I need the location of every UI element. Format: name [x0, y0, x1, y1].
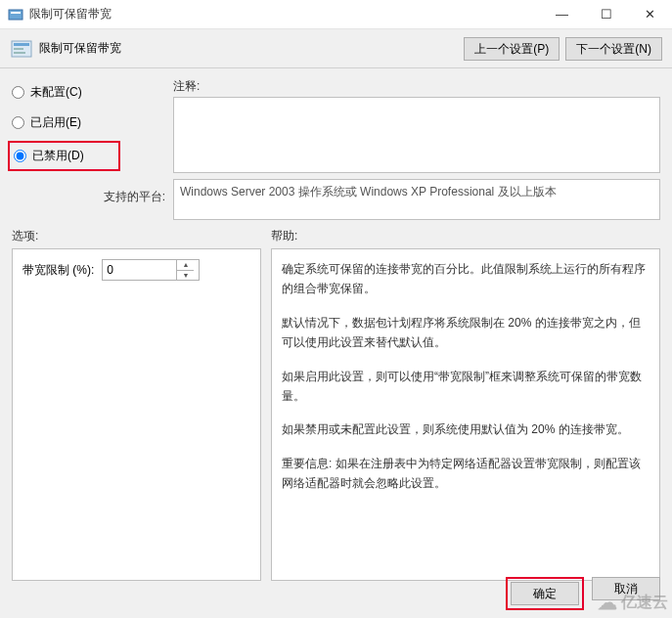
supported-textbox[interactable]: Windows Server 2003 操作系统或 Windows XP Pro… [173, 179, 660, 220]
next-setting-button[interactable]: 下一个设置(N) [565, 37, 662, 61]
minimize-button[interactable]: — [540, 0, 584, 28]
highlight-ok: 确定 [506, 577, 584, 610]
help-paragraph: 如果启用此设置，则可以使用“带宽限制”框来调整系统可保留的带宽数量。 [282, 367, 650, 407]
app-icon [8, 7, 23, 22]
policy-icon [10, 39, 33, 59]
svg-rect-1 [11, 12, 21, 14]
close-button[interactable]: ✕ [628, 0, 672, 28]
bandwidth-limit-label: 带宽限制 (%): [22, 262, 94, 279]
titlebar: 限制可保留带宽 — ☐ ✕ [0, 0, 672, 29]
supported-label: 支持的平台: [12, 189, 173, 205]
highlight-disabled: 已禁用(D) [8, 141, 120, 171]
svg-rect-4 [14, 48, 23, 50]
options-label: 选项: [12, 228, 271, 244]
toolbar-title: 限制可保留带宽 [39, 40, 121, 57]
maximize-button[interactable]: ☐ [584, 0, 628, 28]
help-paragraph: 默认情况下，数据包计划程序将系统限制在 20% 的连接带宽之内，但可以使用此设置… [282, 313, 650, 353]
spinner-down-icon[interactable]: ▼ [177, 271, 194, 281]
radio-unconfigured-input[interactable] [12, 86, 24, 99]
bandwidth-input[interactable] [103, 260, 176, 280]
radio-disabled[interactable]: 已禁用(D) [14, 146, 114, 166]
radio-disabled-label: 已禁用(D) [32, 148, 84, 164]
radio-unconfigured[interactable]: 未配置(C) [12, 82, 173, 103]
window-title: 限制可保留带宽 [29, 6, 540, 22]
supported-text: Windows Server 2003 操作系统或 Windows XP Pro… [180, 185, 557, 199]
help-paragraph: 重要信息: 如果在注册表中为特定网络适配器设置带宽限制，则配置该网络适配器时就会… [282, 454, 650, 494]
svg-rect-3 [14, 43, 29, 46]
comment-textbox[interactable] [173, 97, 660, 173]
help-label: 帮助: [271, 228, 297, 244]
footer: 确定 取消 [506, 577, 660, 610]
bandwidth-spinner[interactable]: ▲ ▼ [102, 259, 200, 281]
radio-unconfigured-label: 未配置(C) [30, 84, 82, 101]
spinner-up-icon[interactable]: ▲ [177, 260, 194, 271]
radio-enabled-input[interactable] [12, 116, 24, 129]
svg-rect-0 [9, 10, 22, 20]
radio-disabled-input[interactable] [14, 150, 26, 162]
options-pane: 带宽限制 (%): ▲ ▼ [12, 248, 261, 581]
comment-label: 注释: [173, 78, 660, 95]
help-paragraph: 确定系统可保留的连接带宽的百分比。此值限制系统上运行的所有程序的组合带宽保留。 [282, 259, 650, 299]
help-paragraph: 如果禁用或未配置此设置，则系统使用默认值为 20% 的连接带宽。 [282, 419, 650, 439]
ok-button[interactable]: 确定 [511, 582, 579, 605]
toolbar: 限制可保留带宽 上一个设置(P) 下一个设置(N) [0, 29, 672, 68]
svg-rect-5 [14, 52, 25, 54]
radio-enabled-label: 已启用(E) [30, 114, 81, 131]
cancel-button[interactable]: 取消 [592, 577, 660, 600]
prev-setting-button[interactable]: 上一个设置(P) [464, 37, 560, 61]
radio-enabled[interactable]: 已启用(E) [12, 112, 173, 133]
help-pane: 确定系统可保留的连接带宽的百分比。此值限制系统上运行的所有程序的组合带宽保留。 … [271, 248, 660, 581]
